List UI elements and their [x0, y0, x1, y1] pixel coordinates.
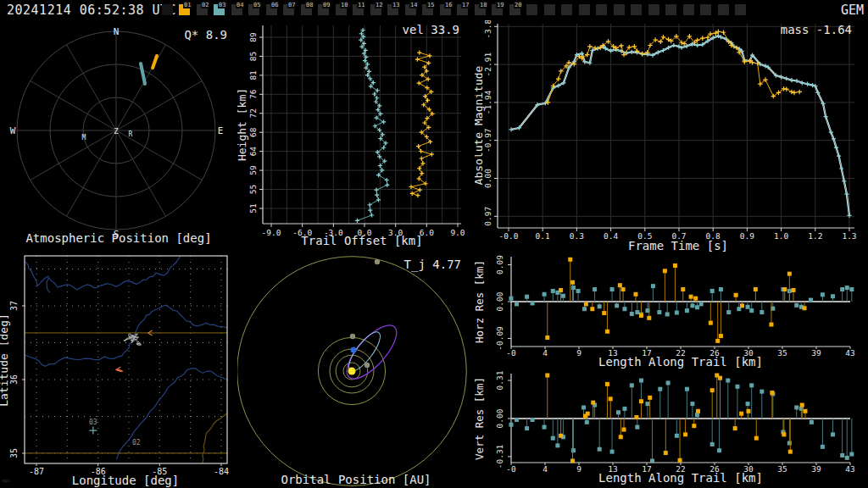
- residual-point-01: [622, 428, 626, 432]
- residual-point-01: [800, 403, 804, 408]
- frame-square-10[interactable]: 10: [336, 4, 347, 15]
- residual-point-01: [609, 396, 613, 401]
- residual-point-01: [584, 302, 588, 306]
- frame-square-label: 20: [514, 2, 522, 8]
- frame-square[interactable]: [544, 4, 555, 15]
- frame-square-07[interactable]: 07: [283, 4, 294, 15]
- venus-dot: [364, 363, 370, 368]
- frame-square-label: 09: [322, 2, 331, 8]
- frame-square[interactable]: [526, 4, 537, 15]
- residual-point-01: [739, 412, 743, 416]
- frame-square-05[interactable]: 05: [248, 4, 259, 15]
- frame-square-02[interactable]: 02: [197, 4, 208, 15]
- frame-square[interactable]: [648, 4, 659, 15]
- residual-point-01: [570, 459, 575, 463]
- svg-text:36: 36: [9, 374, 19, 385]
- residual-point-03: [749, 308, 754, 313]
- residual-point-03: [809, 298, 813, 302]
- frame-square-13[interactable]: 13: [387, 4, 398, 15]
- residual-point-01: [634, 415, 638, 419]
- frame-square-label: 12: [375, 2, 383, 8]
- frame-square-18[interactable]: 18: [475, 4, 486, 15]
- frame-square[interactable]: [614, 4, 625, 15]
- frame-square-11[interactable]: 11: [353, 4, 364, 15]
- residual-point-03: [585, 420, 589, 424]
- residual-point-03: [821, 292, 825, 297]
- residual-point-03: [598, 304, 602, 308]
- residual-point-03: [615, 303, 619, 308]
- frame-square[interactable]: [631, 4, 642, 15]
- residual-point-01: [696, 409, 700, 413]
- trail-ylabel: Height [km]: [237, 88, 248, 161]
- orbit-title: T_j 4.77: [404, 258, 461, 272]
- horizontal-residuals-ylabel: Horz Res [km]: [475, 260, 486, 343]
- svg-text:39: 39: [811, 464, 821, 474]
- frame-square[interactable]: [579, 4, 590, 15]
- trail-title: vel 33.9: [403, 23, 459, 36]
- residual-point-01: [605, 382, 609, 386]
- residual-point-03: [831, 294, 835, 298]
- frame-square-08[interactable]: 08: [301, 4, 312, 15]
- svg-text:55: 55: [248, 185, 258, 194]
- frame-square-03[interactable]: 03: [214, 4, 225, 15]
- residual-point-01: [570, 280, 575, 285]
- residual-point-03: [551, 436, 555, 441]
- frame-square-16[interactable]: 16: [440, 4, 451, 15]
- light-curve-series-01: [548, 31, 799, 103]
- frame-square-12[interactable]: 12: [370, 4, 381, 15]
- svg-text:-84: -84: [214, 467, 229, 476]
- radiant-label: R: [129, 130, 133, 138]
- frame-square-label: 01: [183, 2, 192, 8]
- frame-square-09[interactable]: 09: [318, 4, 329, 15]
- frame-square[interactable]: [718, 4, 729, 15]
- frame-square[interactable]: [162, 4, 173, 15]
- svg-text:89: 89: [248, 32, 258, 42]
- frame-square[interactable]: [561, 4, 572, 15]
- frame-square-06[interactable]: 06: [266, 4, 277, 15]
- residual-point-01: [621, 287, 626, 291]
- frame-square-label: 16: [444, 2, 453, 8]
- frame-square-04[interactable]: 04: [231, 4, 242, 15]
- residual-point-03: [630, 383, 634, 387]
- svg-text:-0: -0: [506, 348, 516, 358]
- frame-square-20[interactable]: 20: [509, 4, 520, 15]
- residual-point-03: [658, 387, 662, 391]
- residual-point-03: [845, 286, 849, 290]
- residual-point-01: [559, 434, 563, 438]
- station-label-02: 02: [132, 439, 141, 446]
- residual-point-03: [515, 302, 519, 306]
- residual-point-03: [821, 445, 825, 449]
- residuals-panel: -04913172226303539430.090.00-0.09Length …: [475, 253, 868, 488]
- residual-point-01: [782, 432, 786, 436]
- light-curve-xlabel: Frame Time [s]: [628, 239, 728, 252]
- residual-point-03: [525, 295, 529, 299]
- residual-point-01: [590, 307, 594, 311]
- frame-square-17[interactable]: 17: [457, 4, 468, 15]
- svg-text:0.00: 0.00: [495, 291, 504, 311]
- svg-text:35: 35: [777, 464, 787, 474]
- residual-point-03: [610, 287, 615, 291]
- frame-square[interactable]: [735, 4, 746, 15]
- compass-east-label: E: [218, 125, 224, 136]
- atmospheric-position-panel: NSWEZMRQ* 8.9Atmospheric Position [deg]: [0, 20, 237, 253]
- residual-point-01: [639, 399, 643, 403]
- frame-square-15[interactable]: 15: [422, 4, 433, 15]
- residual-point-03: [849, 452, 854, 457]
- residual-point-03: [717, 448, 721, 452]
- residual-point-03: [675, 434, 679, 438]
- frame-square[interactable]: [700, 4, 711, 15]
- orbital-position-panel: T_j 4.77Orbital Position [AU]: [237, 253, 475, 488]
- frame-square-14[interactable]: 14: [405, 4, 416, 15]
- frame-square-19[interactable]: 19: [492, 4, 503, 15]
- frame-square-01[interactable]: 01: [179, 4, 190, 15]
- polar-title: Q* 8.9: [184, 28, 227, 42]
- frame-square[interactable]: [665, 4, 676, 15]
- residual-point-01: [733, 426, 737, 430]
- frame-square[interactable]: [683, 4, 694, 15]
- frame-square[interactable]: [596, 4, 607, 15]
- svg-text:59: 59: [248, 165, 258, 175]
- mars-dot: [350, 334, 355, 339]
- svg-text:9: 9: [576, 348, 581, 358]
- frame-square-label: 03: [218, 2, 226, 8]
- residual-point-03: [799, 407, 804, 411]
